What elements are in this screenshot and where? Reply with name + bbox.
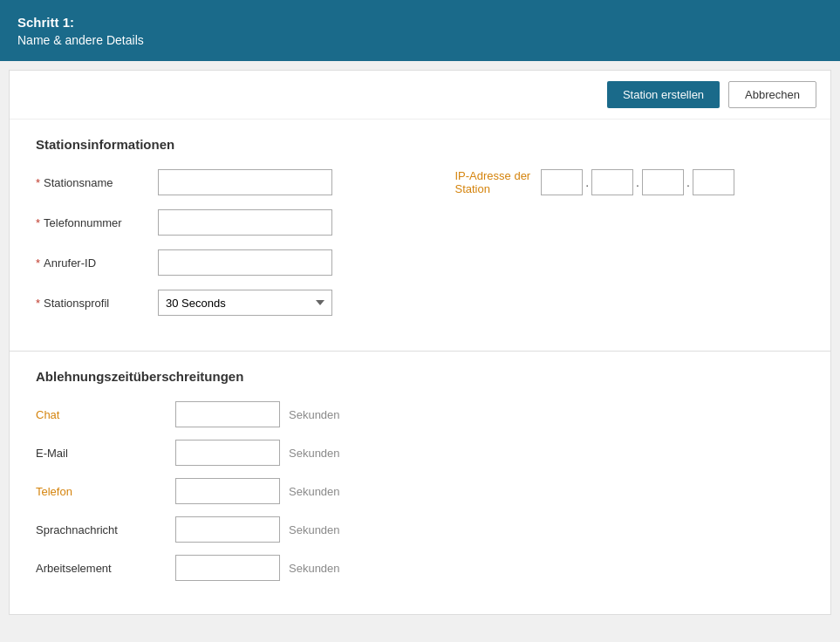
ip-segment-2[interactable] xyxy=(591,169,633,195)
stationsprofil-label: *Stationsprofil xyxy=(36,297,158,310)
rejection-timeouts-title: Ablehnungszeitüberschreitungen xyxy=(36,369,804,384)
rejection-row-telefon: Telefon Sekunden xyxy=(36,478,804,504)
station-form-grid: *Stationsname *Telefonnummer *Anrufer-ID xyxy=(36,169,804,330)
ip-segment-3[interactable] xyxy=(642,169,684,195)
rejection-timeouts-section: Ablehnungszeitüberschreitungen Chat Seku… xyxy=(10,352,830,614)
step-subtitle: Name & andere Details xyxy=(17,33,823,47)
ip-dot-2: . xyxy=(633,175,642,189)
ip-segment-1[interactable] xyxy=(541,169,583,195)
required-star-telefonnummer: * xyxy=(36,216,40,229)
rejection-unit-email: Sekunden xyxy=(289,447,340,460)
ip-address-label-line2: Station xyxy=(455,182,531,195)
ip-dot-1: . xyxy=(583,175,591,189)
stationsname-row: *Stationsname xyxy=(36,169,386,195)
ip-address-label-container: IP-Adresse der Station xyxy=(455,169,531,195)
ip-address-label-line1: IP-Adresse der xyxy=(455,169,531,182)
rejection-row-sprachnachricht: Sprachnachricht Sekunden xyxy=(36,516,804,543)
rejection-label-email: E-Mail xyxy=(36,447,175,460)
rejection-row-email: E-Mail Sekunden xyxy=(36,440,804,466)
stationsname-input[interactable] xyxy=(158,169,332,195)
rejection-input-email[interactable] xyxy=(175,440,280,466)
rejection-label-chat: Chat xyxy=(36,408,175,421)
required-star-anrufer-id: * xyxy=(36,256,40,270)
telefonnummer-input[interactable] xyxy=(158,209,332,236)
rejection-input-chat[interactable] xyxy=(175,401,280,427)
ip-address-inputs: . . . xyxy=(541,169,734,195)
rejection-input-telefon[interactable] xyxy=(175,478,280,504)
rejection-label-telefon: Telefon xyxy=(36,485,175,498)
form-right-column: IP-Adresse der Station . . . xyxy=(455,169,805,330)
rejection-row-chat: Chat Sekunden xyxy=(36,401,804,427)
rejection-unit-sprachnachricht: Sekunden xyxy=(289,523,340,536)
rejection-label-arbeitselement: Arbeitselement xyxy=(36,562,175,575)
required-star-stationsprofil: * xyxy=(36,297,40,310)
toolbar: Station erstellen Abbrechen xyxy=(10,71,830,120)
stationsprofil-row: *Stationsprofil 30 Seconds 60 Seconds 90… xyxy=(36,290,386,316)
stationsprofil-select[interactable]: 30 Seconds 60 Seconds 90 Seconds xyxy=(158,290,332,316)
main-card: Station erstellen Abbrechen Stationsinfo… xyxy=(9,70,831,615)
rejection-unit-arbeitselement: Sekunden xyxy=(289,562,340,575)
rejection-unit-telefon: Sekunden xyxy=(289,485,340,498)
station-info-section: Stationsinformationen *Stationsname *Tel… xyxy=(10,120,830,352)
anrufer-id-row: *Anrufer-ID xyxy=(36,249,386,276)
ip-address-row: IP-Adresse der Station . . . xyxy=(455,169,805,195)
rejection-row-arbeitselement: Arbeitselement Sekunden xyxy=(36,555,804,581)
anrufer-id-label: *Anrufer-ID xyxy=(36,256,158,270)
stationsname-label: *Stationsname xyxy=(36,176,158,189)
anrufer-id-input[interactable] xyxy=(158,249,332,276)
form-left-column: *Stationsname *Telefonnummer *Anrufer-ID xyxy=(36,169,386,330)
step-label: Schritt 1: xyxy=(17,15,823,30)
cancel-button[interactable]: Abbrechen xyxy=(728,81,816,108)
rejection-unit-chat: Sekunden xyxy=(289,408,340,421)
rejection-label-sprachnachricht: Sprachnachricht xyxy=(36,523,175,536)
required-star-stationsname: * xyxy=(36,176,40,189)
station-info-title: Stationsinformationen xyxy=(36,137,804,152)
telefonnummer-label: *Telefonnummer xyxy=(36,216,158,229)
rejection-input-sprachnachricht[interactable] xyxy=(175,516,280,543)
ip-dot-3: . xyxy=(684,175,693,189)
rejection-input-arbeitselement[interactable] xyxy=(175,555,280,581)
ip-segment-4[interactable] xyxy=(693,169,734,195)
page-header: Schritt 1: Name & andere Details xyxy=(0,0,840,61)
create-station-button[interactable]: Station erstellen xyxy=(607,81,720,108)
telefonnummer-row: *Telefonnummer xyxy=(36,209,386,236)
